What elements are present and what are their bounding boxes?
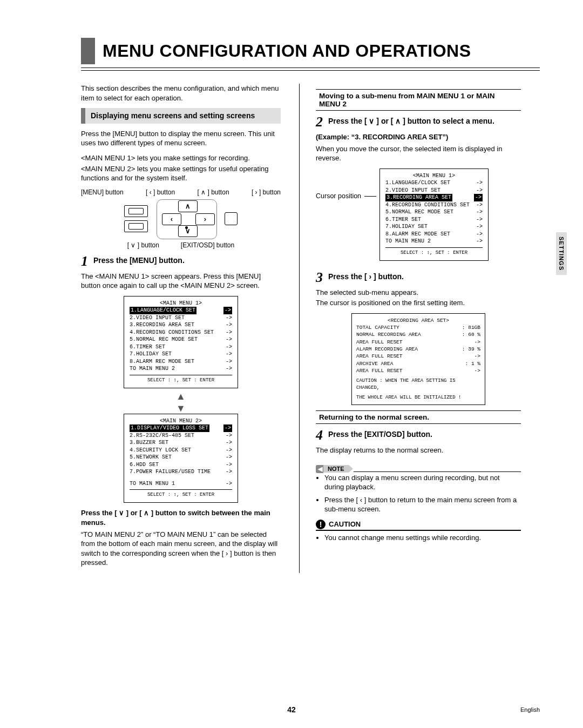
label-left-button: [ ‹ ] button [146, 188, 175, 196]
page-language: English [520, 706, 540, 713]
osd-row: 7.POWER FAILURE/USED TIME-> [130, 468, 232, 476]
osd-row: 3.BUZZER SET-> [130, 439, 232, 447]
down-arrow-btn: ∨ [178, 225, 198, 237]
osd-row: 5.NORMAL REC MODE SET-> [385, 208, 483, 216]
step-1-num: 1 [81, 254, 88, 268]
cursor-pointer-line [364, 196, 376, 197]
p-step3-a: The selected sub-menu appears. [316, 288, 521, 298]
osd-row: 4.SECURITY LOCK SET-> [130, 447, 232, 454]
caution-list: You cannot change menu settings while re… [316, 533, 521, 543]
label-right-button: [ › ] button [252, 188, 281, 196]
cursor-position-label: Cursor position [316, 168, 361, 200]
note-pill-right [349, 465, 353, 473]
osd-row: AREA FULL RESET-> [356, 339, 480, 346]
p-mm1: <MAIN MENU 1> lets you make settings for… [81, 153, 281, 163]
osd-row: 4.RECORDING CONDITIONS SET-> [130, 329, 232, 336]
note-pill: ◀ NOTE [316, 465, 353, 473]
p-switch-bold: Press the [ ∨ ] or [ ∧ ] button to switc… [81, 508, 281, 527]
page-title-block: MENU CONFIGURATION AND OPERATIONS [81, 38, 540, 64]
osd-row: AREA FULL RESET-> [356, 353, 480, 360]
osd-title: <MAIN MENU 1> [130, 300, 232, 307]
p-press-menu: Press the [MENU] button to display the m… [81, 129, 281, 148]
osd-row: 6.TIMER SET-> [130, 343, 232, 351]
left-column: This section describes the menu configur… [81, 84, 281, 573]
osd-title: <MAIN MENU 1> [385, 172, 483, 180]
osd-row: 2.VIDEO INPUT SET-> [130, 314, 232, 322]
osd-footer: SELECT : ↕, SET : ENTER [130, 489, 232, 498]
p-step3-b: The cursor is positioned on the first se… [316, 298, 521, 308]
step-1-text: Press the [MENU] button. [93, 254, 185, 265]
swap-arrows: ▲ ▼ [81, 394, 281, 412]
osd-row: 7.HOLIDAY SET-> [130, 350, 232, 358]
caution-item: You cannot change menu settings while re… [324, 533, 521, 543]
p-step1-body: The <MAIN MENU 1> screen appears. Press … [81, 272, 281, 291]
osd-row: 6.TIMER SET-> [385, 216, 483, 224]
osd-main-menu-2: <MAIN MENU 2>1.DISPLAY/VIDEO LOSS SET->2… [124, 414, 238, 503]
step-1: 1 Press the [MENU] button. [81, 254, 281, 268]
osd-row: 4.RECORDING CONDITIONS SET-> [385, 201, 483, 209]
hardware-diagram: [MENU] button [ ‹ ] button [ ∧ ] button … [81, 188, 281, 249]
osd-main-menu-1-cursor: <MAIN MENU 1>1.LANGUAGE/CLOCK SET->2.VID… [379, 168, 489, 261]
osd-row: ARCHIVE AREA: 1 % [356, 360, 480, 367]
osd-row: 6.HDD SET-> [130, 461, 232, 469]
osd-row: TO MAIN MENU 2-> [385, 238, 483, 245]
label-exit-button: [EXIT/OSD] button [181, 241, 234, 249]
osd-row: AREA FULL RESET-> [356, 367, 480, 374]
title-rule [81, 68, 540, 71]
osd-main-menu-1: <MAIN MENU 1>1.LANGUAGE/CLOCK SET->2.VID… [124, 296, 238, 388]
osd-footer: SELECT : ↕, SET : ENTER [130, 375, 232, 383]
note-item: Press the [ ‹ ] button to return to the … [324, 495, 521, 514]
notes-list: You can display a menu screen during rec… [316, 473, 521, 514]
exit-osd-btn [225, 212, 238, 225]
cross-pad: ∧ ∨ ‹ › [151, 199, 221, 238]
step-2-text: Press the [ ∨ ] or [ ∧ ] button to selec… [328, 115, 494, 126]
subhead-text: Displaying menu screens and setting scre… [91, 108, 258, 124]
step-3-num: 3 [316, 271, 323, 285]
osd-row: 5.NETWORK SET-> [130, 454, 232, 461]
step-2: 2 Press the [ ∨ ] or [ ∧ ] button to sel… [316, 115, 521, 129]
osd-title: <MAIN MENU 2> [130, 417, 232, 425]
osd-row: 8.ALARM REC MODE SET-> [130, 358, 232, 366]
step-4-text: Press the [EXIT/OSD] button. [328, 428, 432, 439]
intro-text: This section describes the menu configur… [81, 84, 281, 103]
up-arrow-btn: ∧ [178, 200, 198, 212]
osd-caution-line: CAUTION : WHEN THE AREA SETTING IS CHANG… [356, 378, 480, 391]
right-column: Moving to a sub-menu from MAIN MENU 1 or… [299, 84, 521, 573]
osd-row: 1.LANGUAGE/CLOCK SET-> [385, 179, 483, 187]
osd-row: 1.DISPLAY/VIDEO LOSS SET-> [130, 424, 232, 432]
osd-row: 3.RECORDING AREA SET-> [130, 321, 232, 329]
label-down-button: [ ∨ ] button [127, 241, 159, 249]
title-accent-bar [81, 38, 95, 64]
p-switch-body: “TO MAIN MENU 2” or “TO MAIN MENU 1” can… [81, 530, 281, 568]
page-number: 42 [0, 705, 583, 714]
osd-title: <RECORDING AREA SET> [356, 317, 480, 324]
osd-caution-line: THE WHOLE AREA WILL BE INITIALIZED ! [356, 394, 480, 401]
example-body: When you move the cursor, the selected i… [316, 144, 521, 163]
caution-header: ! CAUTION [316, 520, 521, 531]
right-arrow-btn: › [195, 213, 215, 225]
osd-row: 3.RECORDING AREA SET-> [385, 194, 483, 201]
hw-button-1 [124, 205, 148, 217]
osd-row: 5.NORMAL REC MODE SET-> [130, 336, 232, 343]
page-title: MENU CONFIGURATION AND OPERATIONS [103, 38, 471, 64]
step-3: 3 Press the [ › ] button. [316, 271, 521, 285]
subhead-bar [81, 108, 85, 124]
pad-dot [185, 226, 188, 229]
step-4: 4 Press the [EXIT/OSD] button. [316, 428, 521, 442]
note-pill-label: NOTE [323, 465, 349, 473]
box-moving-sub: Moving to a sub-menu from MAIN MENU 1 or… [316, 89, 521, 111]
osd-row: 2.RS-232C/RS-485 SET-> [130, 432, 232, 440]
note-item: You can display a menu screen during rec… [324, 473, 521, 492]
osd-row: TO MAIN MENU 2-> [130, 365, 232, 373]
box-returning: Returning to the normal screen. [316, 410, 521, 424]
osd-row: NORMAL RECORDING AREA: 60 % [356, 331, 480, 338]
osd-row: 8.ALARM REC MODE SET-> [385, 231, 483, 238]
osd-row: ALARM RECORDING AREA: 39 % [356, 346, 480, 353]
osd-footer: SELECT : ↕, SET : ENTER [385, 247, 483, 256]
subhead-displaying: Displaying menu screens and setting scre… [81, 108, 281, 124]
label-menu-button: [MENU] button [81, 188, 124, 196]
left-arrow-btn: ‹ [162, 213, 181, 225]
example-label: (Example: “3. RECORDING AREA SET”) [316, 132, 521, 142]
caution-label: CAUTION [329, 520, 361, 528]
step-3-text: Press the [ › ] button. [328, 271, 404, 281]
